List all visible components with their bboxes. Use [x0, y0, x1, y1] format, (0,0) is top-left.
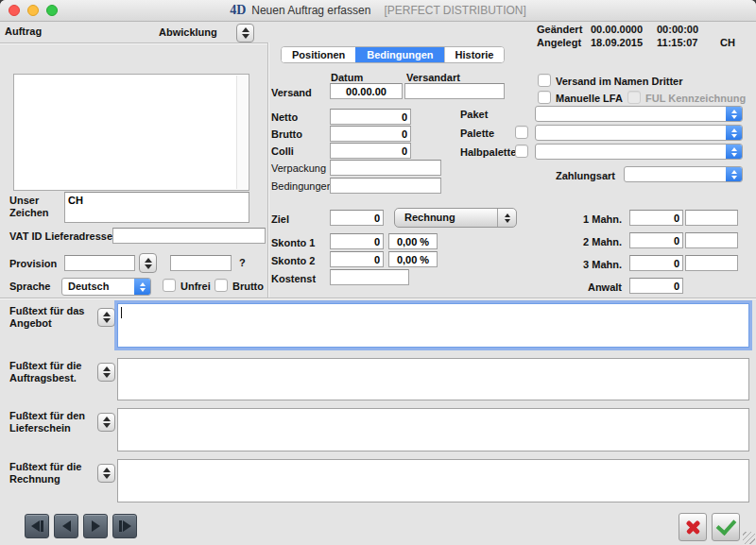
provision-label: Provision — [9, 258, 57, 269]
ziel-mode-popup[interactable]: Rechnung — [394, 208, 517, 228]
last-record-bar-icon — [119, 520, 122, 532]
fusstext-auftragsbest-textarea[interactable] — [117, 358, 749, 400]
versand-dritter-label: Versand im Namen Dritter — [556, 76, 683, 87]
title-bar: 4D Neuen Auftrag erfassen [PERFECT DISTR… — [0, 0, 756, 22]
window-title: 4D Neuen Auftrag erfassen [PERFECT DISTR… — [230, 3, 526, 18]
red-x-icon — [684, 519, 702, 536]
minimize-window-icon[interactable] — [27, 5, 39, 16]
paket-combobox[interactable] — [535, 106, 743, 122]
section-title: Auftrag — [5, 26, 42, 37]
mahn1-text-field[interactable] — [685, 210, 738, 226]
fusstext-auftragsbest-stepper[interactable] — [97, 363, 115, 382]
halbpalette-checkbox[interactable] — [515, 145, 528, 158]
mahn2-text-field[interactable] — [685, 232, 738, 248]
up-arrow-icon — [103, 468, 111, 472]
mahn3-value-field[interactable] — [629, 255, 683, 271]
combo-arrows-icon — [726, 107, 742, 121]
fusstext-lieferschein-stepper[interactable] — [97, 413, 115, 432]
versand-datum-field[interactable] — [330, 83, 403, 99]
mahn1-value-field[interactable] — [629, 210, 683, 226]
brutto-label: Brutto — [232, 281, 264, 292]
modified-time: 00:00:00 — [657, 24, 698, 35]
mahn3-text-field[interactable] — [685, 255, 738, 271]
skonto2-days-field[interactable] — [330, 251, 384, 267]
listbox-scrollbar[interactable] — [236, 76, 248, 189]
verpackung-field[interactable] — [330, 160, 441, 176]
up-arrow-icon — [145, 258, 152, 263]
netto-label: Netto — [271, 111, 298, 123]
fusstext-rechnung-textarea[interactable] — [117, 459, 749, 502]
bedingungen-field[interactable] — [330, 178, 441, 194]
fusstext-angebot-textarea[interactable] — [117, 303, 749, 348]
ziel-mode-value: Rechnung — [404, 212, 455, 223]
cancel-button[interactable] — [679, 513, 707, 541]
down-arrow-icon — [103, 318, 111, 323]
tab-historie[interactable]: Historie — [444, 47, 505, 62]
up-arrow-icon — [103, 312, 111, 316]
mahn2-value-field[interactable] — [629, 232, 683, 248]
fusstext-angebot-stepper[interactable] — [97, 308, 115, 327]
abwicklung-stepper[interactable] — [236, 24, 254, 43]
previous-record-arrow-icon — [62, 520, 71, 532]
skonto1-percent-field[interactable] — [388, 233, 438, 249]
fusstext-rechnung-stepper[interactable] — [97, 464, 115, 483]
tab-positionen[interactable]: Positionen — [282, 47, 355, 62]
resize-grip[interactable] — [743, 532, 755, 544]
ziel-label: Ziel — [271, 213, 289, 225]
down-arrow-icon — [145, 264, 152, 269]
ziel-field[interactable] — [330, 210, 384, 226]
skonto1-days-field[interactable] — [330, 233, 384, 249]
sprache-combobox[interactable]: Deutsch — [61, 278, 151, 296]
provision-field-2[interactable] — [170, 255, 232, 271]
previous-record-button[interactable] — [54, 514, 78, 538]
versandart-field[interactable] — [404, 83, 505, 99]
unfrei-checkbox[interactable] — [163, 279, 176, 292]
manuelle-lfa-checkbox[interactable] — [538, 91, 551, 104]
sprache-label: Sprache — [9, 281, 50, 292]
help-question-mark[interactable]: ? — [239, 257, 246, 268]
first-record-button[interactable] — [25, 514, 49, 538]
palette-combobox[interactable] — [535, 125, 743, 141]
vat-id-label: VAT ID Lieferadresse — [9, 230, 112, 242]
halbpalette-combobox[interactable] — [535, 144, 743, 160]
first-record-arrow-icon — [31, 520, 40, 532]
brutto-weight-field[interactable] — [330, 126, 411, 142]
fusstext-lieferschein-textarea[interactable] — [117, 408, 749, 451]
mahn3-label: 3 Mahn. — [573, 259, 622, 270]
unser-zeichen-field[interactable]: CH — [64, 192, 249, 223]
tab-bedingungen[interactable]: Bedingungen — [355, 47, 443, 62]
kostenst-field[interactable] — [330, 269, 409, 285]
provision-field[interactable] — [64, 255, 135, 271]
confirm-button[interactable] — [712, 513, 740, 541]
mahn1-label: 1 Mahn. — [573, 213, 622, 225]
last-record-button[interactable] — [112, 514, 137, 538]
brutto-weight-label: Brutto — [271, 128, 302, 140]
zoom-window-icon[interactable] — [46, 5, 58, 16]
down-arrow-icon — [103, 373, 111, 378]
skonto2-label: Skonto 2 — [271, 255, 315, 266]
colli-field[interactable] — [330, 143, 411, 159]
up-arrow-icon — [103, 417, 111, 421]
halbpalette-label: Halbpalette — [460, 146, 516, 158]
next-record-button[interactable] — [83, 514, 108, 538]
combo-arrows-icon — [134, 279, 150, 295]
netto-field[interactable] — [330, 109, 411, 125]
up-arrow-icon — [103, 366, 111, 371]
text-caret — [121, 307, 122, 318]
ful-kennzeichnung-label: FUL Kennzeichnung — [645, 93, 746, 104]
zahlungsart-combobox[interactable] — [624, 166, 743, 182]
provision-stepper[interactable] — [139, 253, 157, 273]
palette-label: Palette — [460, 128, 494, 139]
down-arrow-icon — [103, 474, 111, 479]
palette-checkbox[interactable] — [515, 126, 528, 139]
green-checkmark-icon — [715, 515, 736, 536]
abwicklung-label: Abwicklung — [159, 26, 217, 38]
address-listbox[interactable] — [13, 74, 249, 191]
brutto-checkbox[interactable] — [215, 279, 228, 292]
close-window-icon[interactable] — [9, 5, 20, 16]
combo-arrows-icon — [726, 167, 742, 181]
anwalt-field[interactable] — [629, 278, 683, 294]
vat-id-field[interactable] — [112, 228, 266, 244]
versand-dritter-checkbox[interactable] — [538, 74, 551, 87]
skonto2-percent-field[interactable] — [388, 251, 438, 267]
